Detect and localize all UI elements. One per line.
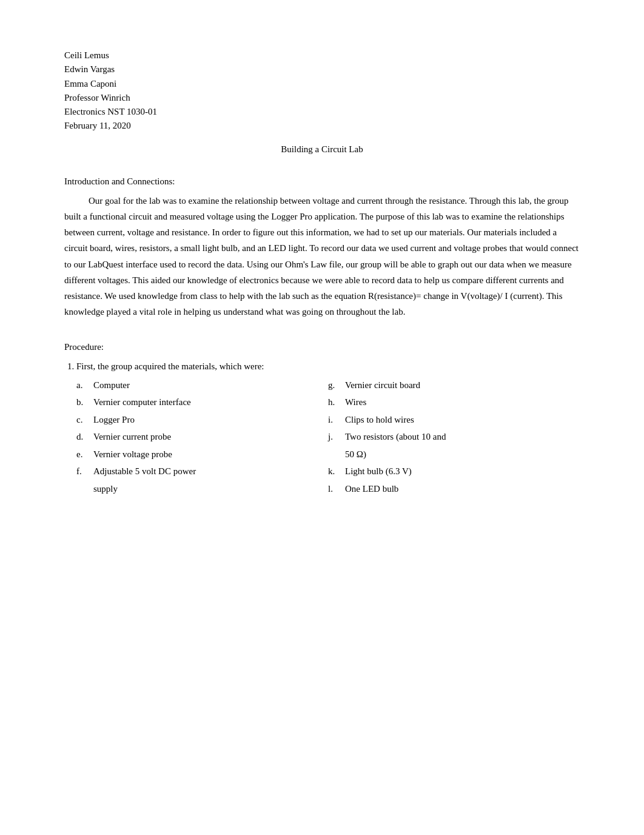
left-materials-list: a. Computer b. Vernier computer interfac… <box>76 377 328 498</box>
header-info: Ceili Lemus Edwin Vargas Emma Caponi Pro… <box>64 49 580 133</box>
list-item: a. Computer <box>76 377 328 394</box>
item-label-a: a. <box>76 377 93 394</box>
professor-name: Professor Winrich <box>64 91 580 105</box>
intro-paragraph: Our goal for the lab was to examine the … <box>64 193 580 320</box>
item-text-f: Adjustable 5 volt DC power supply <box>93 463 196 497</box>
procedure-list: First, the group acquired the materials,… <box>76 358 580 498</box>
date: February 11, 2020 <box>64 119 580 133</box>
item-label-d: d. <box>76 428 93 446</box>
materials-left-col: a. Computer b. Vernier computer interfac… <box>76 377 328 498</box>
title-text: Building a Circuit Lab <box>281 144 363 154</box>
list-item: c. Logger Pro <box>76 411 328 429</box>
item-text-c: Logger Pro <box>93 411 135 429</box>
list-item: g. Vernier circuit board <box>328 377 580 394</box>
procedure-section: Procedure: First, the group acquired the… <box>64 342 580 498</box>
item-label-c: c. <box>76 411 93 429</box>
item-text-l: One LED bulb <box>345 480 398 498</box>
materials-list-container: a. Computer b. Vernier computer interfac… <box>76 377 580 498</box>
item-label-k: k. <box>328 463 345 480</box>
procedure-step-1: First, the group acquired the materials,… <box>76 358 580 498</box>
item-text-d: Vernier current probe <box>93 428 171 446</box>
list-item: i. Clips to hold wires <box>328 411 580 429</box>
list-item: k. Light bulb (6.3 V) <box>328 463 580 480</box>
right-materials-list: g. Vernier circuit board h. Wires i. Cli… <box>328 377 580 498</box>
step1-text: First, the group acquired the materials,… <box>76 361 264 371</box>
list-item: l. One LED bulb <box>328 480 580 498</box>
intro-heading: Introduction and Connections: <box>64 176 580 187</box>
author-name3: Emma Caponi <box>64 77 580 91</box>
item-label-l: l. <box>328 480 345 498</box>
list-item: h. Wires <box>328 394 580 411</box>
author-name2: Edwin Vargas <box>64 62 580 76</box>
item-label-g: g. <box>328 377 345 394</box>
author-name1: Ceili Lemus <box>64 49 580 62</box>
item-label-j: j. <box>328 428 345 446</box>
item-label-i: i. <box>328 411 345 429</box>
item-text-e: Vernier voltage probe <box>93 446 172 463</box>
item-text-a: Computer <box>93 377 130 394</box>
introduction-section: Introduction and Connections: Our goal f… <box>64 176 580 320</box>
item-label-h: h. <box>328 394 345 411</box>
item-text-g: Vernier circuit board <box>345 377 420 394</box>
document-page: Ceili Lemus Edwin Vargas Emma Caponi Pro… <box>0 0 644 835</box>
item-label-f: f. <box>76 463 93 480</box>
list-item: f. Adjustable 5 volt DC power supply <box>76 463 328 497</box>
materials-right-col: g. Vernier circuit board h. Wires i. Cli… <box>328 377 580 498</box>
list-item: e. Vernier voltage probe <box>76 446 328 463</box>
list-item: b. Vernier computer interface <box>76 394 328 411</box>
item-text-j: Two resistors (about 10 and 50 Ω) <box>345 428 446 463</box>
item-text-i: Clips to hold wires <box>345 411 414 429</box>
item-text-b: Vernier computer interface <box>93 394 191 411</box>
document-title: Building a Circuit Lab <box>64 144 580 155</box>
list-item: j. Two resistors (about 10 and 50 Ω) <box>328 428 580 463</box>
item-text-h: Wires <box>345 394 366 411</box>
list-item: d. Vernier current probe <box>76 428 328 446</box>
item-label-b: b. <box>76 394 93 411</box>
course-name: Electronics NST 1030-01 <box>64 105 580 119</box>
item-label-e: e. <box>76 446 93 463</box>
item-text-k: Light bulb (6.3 V) <box>345 463 412 480</box>
procedure-heading: Procedure: <box>64 342 580 352</box>
